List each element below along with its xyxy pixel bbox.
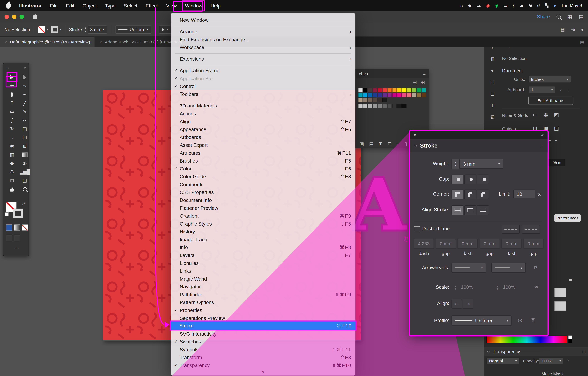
window-menu-item[interactable]: New Window <box>171 16 355 24</box>
window-menu-item[interactable]: Image Trace <box>171 236 355 244</box>
shaper-tool[interactable]: ∫ <box>8 116 16 124</box>
tools-close-icon[interactable]: × <box>6 65 9 70</box>
swatch-options-icon[interactable]: ⊞ <box>379 141 382 146</box>
scale-end-stepper[interactable]: ▴▾ <box>493 282 502 293</box>
apple-menu-icon[interactable] <box>6 3 11 8</box>
dash-gap-input[interactable]: 4.233 <box>414 239 434 249</box>
stroke-color-swatch[interactable] <box>13 209 23 218</box>
color-swatch[interactable] <box>382 93 387 97</box>
color-swatch[interactable] <box>363 93 368 97</box>
libraries-panel-icon[interactable]: ▥ <box>490 57 494 61</box>
layers-panel-icon[interactable]: ▤ <box>490 91 494 96</box>
scale-end-value[interactable]: 100% <box>503 284 515 290</box>
toolbar-more-icon[interactable]: … <box>14 244 19 250</box>
comments-panel-icon[interactable]: ▧ <box>490 115 494 119</box>
window-menu-item[interactable]: Find Extensions on Exchange... <box>171 36 355 43</box>
window-menu-item[interactable]: Properties <box>171 306 355 314</box>
control-center-icon[interactable]: ▚ <box>545 3 548 8</box>
selection-tool[interactable] <box>8 73 16 81</box>
make-mask-button[interactable]: Make Mask <box>542 372 564 376</box>
slice-tool[interactable]: ◫ <box>20 177 29 185</box>
gray-swatch[interactable] <box>363 104 368 108</box>
brush-definition-dropdown[interactable]: ▾ <box>159 25 171 33</box>
window-menu-item[interactable]: Color F6 <box>171 165 355 173</box>
Illustrator[interactable]: Illustrator <box>19 3 42 8</box>
dash-gap-input[interactable]: 0 mm <box>523 239 544 249</box>
panel-collapse-icon[interactable]: ◇ <box>414 144 417 147</box>
flip-across-icon[interactable]: ⋈ <box>530 318 536 323</box>
Object[interactable]: Object <box>83 3 97 8</box>
swap-arrowheads-icon[interactable]: ⇄ <box>534 264 538 270</box>
Help[interactable]: Help <box>210 3 220 8</box>
color-swatch[interactable] <box>422 88 426 93</box>
window-menu-item[interactable]: Navigator <box>171 283 355 291</box>
miter-join-button[interactable] <box>451 189 464 199</box>
gray-swatch[interactable] <box>402 104 407 108</box>
window-menu-item[interactable]: Separations Preview <box>171 314 355 322</box>
window-menu-item[interactable]: Swatches <box>171 338 355 346</box>
zoom-tool[interactable] <box>20 185 29 193</box>
color-swatch[interactable] <box>363 88 368 93</box>
color-panel-menu-icon[interactable]: ≡ <box>569 276 572 282</box>
window-menu-item[interactable]: Workspace <box>171 43 355 51</box>
mesh-tool[interactable]: ▦ <box>8 151 16 159</box>
record-icon[interactable]: ◉ <box>486 3 490 8</box>
window-menu-item[interactable]: 3D and Materials <box>171 102 355 110</box>
color-thumb-1[interactable] <box>554 288 566 297</box>
color-swatch[interactable] <box>368 98 372 102</box>
color-swatch[interactable] <box>358 98 363 102</box>
dashed-line-checkbox[interactable] <box>414 226 420 232</box>
close-tab-icon[interactable]: × <box>99 40 102 44</box>
spotlight-icon[interactable]: ☌ <box>537 3 540 8</box>
stroke-panel-menu-icon[interactable]: ≡ <box>540 143 543 149</box>
close-tab-icon[interactable]: × <box>5 40 7 44</box>
align-arrow-tip-button[interactable]: ⇤ <box>451 299 462 309</box>
asset-export-panel-icon[interactable]: ◫ <box>490 103 494 108</box>
dash-gap-input[interactable]: 0 mm <box>479 239 500 249</box>
color-swatch[interactable] <box>397 93 402 97</box>
delete-swatch-icon[interactable]: ▯ <box>404 141 407 146</box>
spotify-icon[interactable]: ◉ <box>494 3 499 8</box>
color-swatch[interactable] <box>373 98 377 102</box>
paintbrush-tool[interactable]: ✎ <box>20 107 29 116</box>
window-menu-item[interactable]: Info ⌘F8 <box>171 243 355 251</box>
transparency-menu-icon[interactable]: ≡ <box>582 349 585 355</box>
next-artboard-button[interactable]: › <box>567 87 568 93</box>
align-stroke-center-button[interactable] <box>451 205 464 215</box>
window-menu-item[interactable]: Artboards <box>171 133 355 141</box>
draw-normal-button[interactable] <box>6 235 12 241</box>
window-menu-item[interactable]: Comments <box>171 181 355 188</box>
ruler-icon[interactable]: ▭ <box>533 112 538 118</box>
window-menu-item[interactable]: Align ⇧F7 <box>171 118 355 125</box>
scale-tool[interactable]: ◳ <box>20 125 29 133</box>
color-panel-icon[interactable]: ● <box>491 68 494 73</box>
battery-icon[interactable]: ▰ <box>520 3 524 8</box>
window-menu-item[interactable]: Extensions <box>171 55 355 63</box>
minimize-window-button[interactable] <box>12 14 17 19</box>
snap-options-icon[interactable]: ⇥ <box>571 27 575 32</box>
new-color-group-icon[interactable]: ⊟ <box>388 141 392 146</box>
dash-preserve-button[interactable] <box>502 225 520 234</box>
window-menu-item[interactable]: Layers F7 <box>171 251 355 259</box>
color-swatch[interactable] <box>417 93 421 97</box>
window-menu-item[interactable]: Transparency ⇧⌘F10 <box>171 361 355 369</box>
workspace-grid-icon[interactable]: ▦ <box>560 27 565 32</box>
transparency-grid-icon[interactable]: ◩ <box>554 112 559 118</box>
swatch-list-view-icon[interactable]: ▤ <box>413 80 417 85</box>
stroke-weight-dropdown[interactable]: 3 mm ▾ <box>87 25 107 33</box>
rotate-tool[interactable]: ↻ <box>8 125 16 133</box>
stroke-swatch-control[interactable] <box>52 26 58 33</box>
artboard-dropdown[interactable]: 1 ▾ <box>528 86 555 93</box>
none-mode-button[interactable] <box>22 224 28 231</box>
scale-start-stepper[interactable]: ▴▾ <box>451 282 460 293</box>
window-menu-item[interactable]: Magic Wand <box>171 275 355 283</box>
color-swatch[interactable] <box>382 88 387 93</box>
swap-fill-stroke-icon[interactable]: ⇄ <box>22 201 26 206</box>
workspace-switcher-icon[interactable]: ▤ <box>579 14 583 19</box>
search-icon[interactable] <box>557 15 561 19</box>
shape-builder-tool[interactable]: ◉ <box>8 142 16 150</box>
window-menu-item[interactable]: Toolbars <box>171 90 355 98</box>
lock-guides-icon[interactable]: ▨ <box>544 125 548 131</box>
lasso-tool[interactable]: ∿ <box>20 82 29 90</box>
color-swatch[interactable] <box>392 93 397 97</box>
